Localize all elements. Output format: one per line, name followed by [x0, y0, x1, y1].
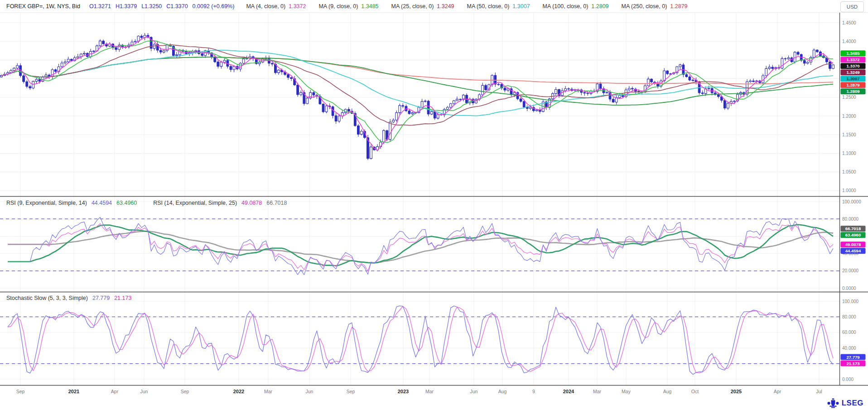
gridlines — [0, 13, 839, 385]
price-value-badge: 1.3372 — [841, 57, 866, 63]
rsi-value-badge: 44.4594 — [841, 248, 866, 254]
ohlc-values: O1.3271H1.3379L1.3250C1.33700.0092 (+0.6… — [89, 3, 234, 10]
x-axis-month-label: Apr — [774, 389, 781, 394]
rsi-axis-tick: 20.0000 — [842, 268, 859, 273]
x-axis-year-label: 2023 — [398, 389, 409, 394]
x-axis-month-label: Apr — [111, 389, 119, 394]
badge-text: 66.7018 — [845, 226, 861, 231]
ma-legend-item[interactable]: MA (100, close, 0)1.2809 — [543, 3, 609, 10]
legend-part: 27.779 — [92, 295, 110, 301]
badge-text: 63.4960 — [845, 232, 861, 237]
ma-250-line — [1, 57, 833, 84]
ma-25-line — [1, 45, 833, 125]
ohlc-value: C1.3370 — [166, 3, 188, 10]
chart-app: 1.45001.40001.35001.30001.25001.20001.15… — [0, 0, 868, 410]
ma-legend-item[interactable]: MA (250, close, 0)1.2879 — [622, 3, 688, 10]
price-axis-tick: 1.1500 — [842, 132, 856, 137]
legend-part: 66.7018 — [266, 200, 287, 206]
price-axis-tick: 1.2500 — [842, 95, 856, 100]
ohlc-value: H1.3379 — [116, 3, 137, 10]
ma-legend-value: 1.3372 — [289, 3, 306, 10]
badge-text: 27.779 — [846, 355, 859, 360]
ma-legend-value: 1.3007 — [512, 3, 530, 10]
legend-part: Stochastic Slow (5, 3, 3, Simple) — [6, 295, 88, 301]
candles-up — [0, 35, 834, 159]
x-axis-month-label: Mar — [425, 389, 434, 394]
x-axis-month-label: Sep — [16, 389, 25, 394]
stoch-axis-tick: 40.000 — [842, 346, 856, 351]
stochastic-panel[interactable] — [0, 306, 839, 374]
legend-part: 44.4594 — [92, 200, 112, 206]
price-panel[interactable] — [0, 33, 834, 160]
price-value-badge: 1.3007 — [841, 76, 866, 82]
price-value-badge: 1.2879 — [841, 82, 866, 88]
price-value-badge: 1.3485 — [841, 50, 866, 56]
ohlc-value: O1.3271 — [89, 3, 111, 10]
stoch-axis-tick: 80.000 — [842, 314, 856, 319]
stoch-axis-tick: 60.000 — [842, 330, 856, 335]
lseg-logo: LSEG — [827, 398, 863, 408]
ma-legend-value: 1.3249 — [437, 3, 454, 10]
badge-text: 49.0878 — [845, 242, 861, 247]
ma-legend-value: 1.2809 — [591, 3, 608, 10]
x-axis-month-label: Jun — [140, 389, 148, 394]
rsi-value-badge: 63.4960 — [841, 232, 866, 238]
x-axis-month-label: Aug — [663, 389, 672, 394]
instrument-title[interactable]: FOREX GBP=, 1W, NYS, Bid — [6, 3, 80, 10]
ma-legend: MA (4, close, 0)1.3372MA (9, close, 0)1.… — [246, 3, 687, 10]
x-axis-month-label: Jun — [470, 389, 478, 394]
ma-legend-item[interactable]: MA (25, close, 0)1.3249 — [391, 3, 454, 10]
ma-legend-label: MA (50, close, 0) — [467, 3, 510, 10]
legend-part: 21.173 — [114, 295, 131, 301]
x-axis-year-label: 2022 — [233, 389, 244, 394]
ma-legend-item[interactable]: MA (50, close, 0)1.3007 — [467, 3, 530, 10]
badge-text: 21.173 — [846, 361, 859, 366]
stoch-axis-tick: 0.000 — [842, 377, 854, 382]
lseg-logo-text: LSEG — [842, 399, 863, 408]
x-axis-month-label: Jun — [306, 389, 313, 394]
x-axis-month-label: Mar — [264, 389, 273, 394]
price-axis-tick: 1.4500 — [842, 20, 856, 25]
badge-text: 44.4594 — [845, 248, 861, 253]
stoch-series-line — [8, 306, 833, 373]
rsi-series-line — [8, 217, 833, 275]
price-value-badge: 1.3249 — [841, 69, 866, 75]
x-axis-month-label: Jul — [816, 389, 822, 394]
ma-legend-value: 1.2879 — [670, 3, 687, 10]
x-axis-month-label: Oct — [691, 389, 699, 394]
currency-axis-button[interactable]: USD — [840, 1, 864, 12]
ohlc-value: L1.3250 — [141, 3, 162, 10]
rsi-axis-tick: 80.0000 — [842, 217, 859, 222]
legend-part: 49.0878 — [241, 200, 262, 206]
ma-legend-label: MA (4, close, 0) — [246, 3, 285, 10]
rsi-value-badge: 66.7018 — [841, 226, 866, 232]
badge-text: 1.3249 — [846, 70, 859, 75]
stochastic-legend[interactable]: Stochastic Slow (5, 3, 3, Simple)27.7792… — [6, 295, 131, 301]
badge-text: 1.3372 — [846, 57, 859, 62]
x-axis-month-label: Sep — [181, 389, 189, 394]
price-value-badge: 1.3370 — [841, 63, 866, 69]
x-axis-month-label: Sep — [347, 389, 355, 394]
x-axis-month-label: Mar — [593, 389, 602, 394]
x-axis-year-label: 2021 — [68, 389, 79, 394]
ma-legend-item[interactable]: MA (9, close, 0)1.3485 — [318, 3, 378, 10]
ma-legend-label: MA (100, close, 0) — [543, 3, 588, 10]
legend-part: 63.4960 — [116, 200, 137, 206]
price-axis-tick: 1.0500 — [842, 169, 856, 174]
stoch-axis-tick: 100.000 — [842, 299, 859, 304]
ma-legend-item[interactable]: MA (4, close, 0)1.3372 — [246, 3, 306, 10]
rsi-value-badge: 49.0878 — [841, 241, 866, 247]
rsi-axis-tick: 0.0000 — [842, 286, 856, 291]
ma-100-line — [1, 57, 833, 105]
price-axis-tick: 1.4000 — [842, 39, 856, 44]
stoch-value-badge: 21.173 — [841, 360, 866, 366]
rsi-panel[interactable] — [0, 217, 839, 275]
rsi-legend[interactable]: RSI (9, Exponential, Simple, 14)44.45946… — [6, 200, 287, 206]
ma-4-line — [1, 37, 833, 151]
x-axis-month-label: 9 — [532, 389, 535, 394]
rsi-series-line — [8, 231, 833, 263]
price-axis-tick: 1.0000 — [842, 188, 856, 193]
x-axis-year-label: 2025 — [731, 389, 742, 394]
x-axis-month-label: Aug — [498, 389, 507, 394]
price-axis-tick: 1.2000 — [842, 114, 856, 119]
